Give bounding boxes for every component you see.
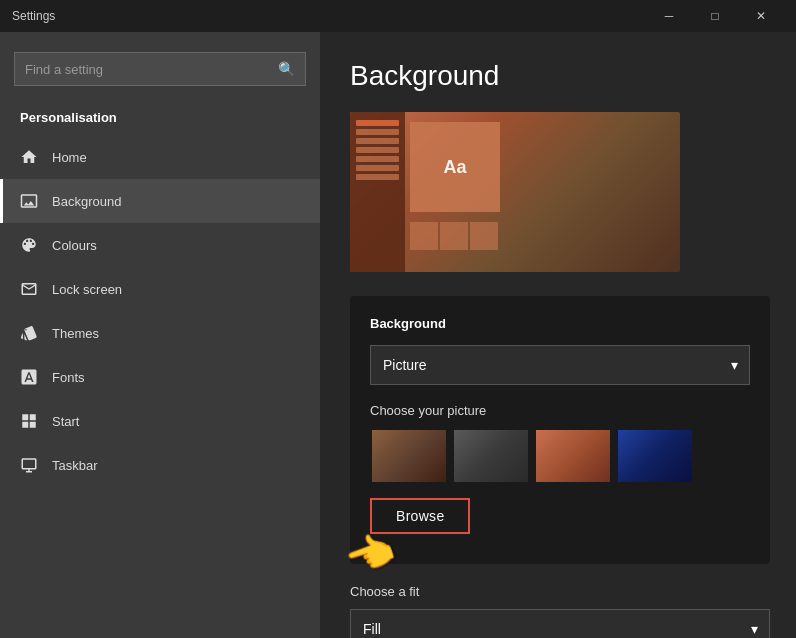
sidebar-item-lock-screen[interactable]: Lock screen <box>0 267 320 311</box>
sidebar-item-taskbar[interactable]: Taskbar <box>0 443 320 487</box>
fit-label: Choose a fit <box>350 584 770 599</box>
sidebar-item-lock-screen-label: Lock screen <box>52 282 122 297</box>
search-input[interactable] <box>25 62 278 77</box>
preview-tile-row <box>410 222 498 250</box>
picture-thumb-1[interactable] <box>370 428 448 484</box>
background-settings-card: Background Picture Solid colour Slidesho… <box>350 296 770 564</box>
window-controls: ─ □ ✕ <box>646 0 784 32</box>
background-type-dropdown-wrap: Picture Solid colour Slideshow ▾ <box>370 345 750 385</box>
lock-icon <box>20 280 38 298</box>
sidebar-item-home-label: Home <box>52 150 87 165</box>
colours-icon <box>20 236 38 254</box>
taskbar-icon <box>20 456 38 474</box>
sidebar-item-home[interactable]: Home <box>0 135 320 179</box>
picture-thumbnails <box>370 428 750 484</box>
search-icon: 🔍 <box>278 61 295 77</box>
sidebar-item-taskbar-label: Taskbar <box>52 458 98 473</box>
sidebar-item-colours-label: Colours <box>52 238 97 253</box>
preview-line-4 <box>356 147 399 153</box>
section-label: Personalisation <box>0 102 320 135</box>
fonts-icon <box>20 368 38 386</box>
picture-thumb-4[interactable] <box>616 428 694 484</box>
browse-button[interactable]: Browse <box>370 498 470 534</box>
background-icon <box>20 192 38 210</box>
main-content: Background Aa Background <box>320 32 796 638</box>
sidebar-item-background[interactable]: Background <box>0 179 320 223</box>
fit-dropdown[interactable]: Fill Fit Stretch Tile Centre Span <box>350 609 770 638</box>
background-type-dropdown[interactable]: Picture Solid colour Slideshow <box>370 345 750 385</box>
card-title: Background <box>370 316 750 331</box>
preview-tile-1 <box>410 222 438 250</box>
preview-window: Aa <box>410 122 500 212</box>
start-icon <box>20 412 38 430</box>
search-container[interactable]: 🔍 <box>14 52 306 86</box>
fit-dropdown-wrap: Fill Fit Stretch Tile Centre Span ▾ <box>350 609 770 638</box>
sidebar-item-background-label: Background <box>52 194 121 209</box>
home-icon <box>20 148 38 166</box>
titlebar: Settings ─ □ ✕ <box>0 0 796 32</box>
thumb-image-2 <box>454 430 528 482</box>
preview-tile-3 <box>470 222 498 250</box>
thumb-image-3 <box>536 430 610 482</box>
app-title: Settings <box>12 9 55 23</box>
sidebar-item-colours[interactable]: Colours <box>0 223 320 267</box>
themes-icon <box>20 324 38 342</box>
preview-line-5 <box>356 156 399 162</box>
preview-sidebar <box>350 112 405 272</box>
sidebar-item-start[interactable]: Start <box>0 399 320 443</box>
preview-line-3 <box>356 138 399 144</box>
maximize-button[interactable]: □ <box>692 0 738 32</box>
preview-tile-2 <box>440 222 468 250</box>
preview-line-6 <box>356 165 399 171</box>
page-title: Background <box>350 60 766 92</box>
picture-thumb-2[interactable] <box>452 428 530 484</box>
preview-line-2 <box>356 129 399 135</box>
sidebar-item-fonts-label: Fonts <box>52 370 85 385</box>
picture-thumb-3[interactable] <box>534 428 612 484</box>
wallpaper-preview: Aa <box>350 112 680 272</box>
preview-line-7 <box>356 174 399 180</box>
preview-overlay: Aa <box>350 112 680 272</box>
minimize-button[interactable]: ─ <box>646 0 692 32</box>
sidebar-item-themes-label: Themes <box>52 326 99 341</box>
sidebar: 🔍 Personalisation Home Background Colour… <box>0 32 320 638</box>
close-button[interactable]: ✕ <box>738 0 784 32</box>
thumb-image-1 <box>372 430 446 482</box>
thumb-image-4 <box>618 430 692 482</box>
fit-section: Choose a fit Fill Fit Stretch Tile Centr… <box>350 584 770 638</box>
sidebar-item-fonts[interactable]: Fonts <box>0 355 320 399</box>
choose-picture-label: Choose your picture <box>370 403 750 418</box>
preview-line-1 <box>356 120 399 126</box>
sidebar-item-themes[interactable]: Themes <box>0 311 320 355</box>
sidebar-item-start-label: Start <box>52 414 79 429</box>
